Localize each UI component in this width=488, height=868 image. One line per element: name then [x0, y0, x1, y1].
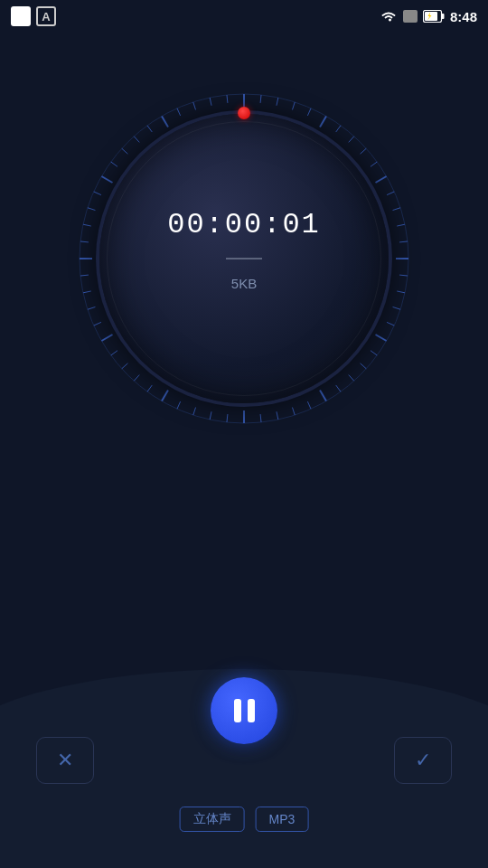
status-left-icons: A: [11, 6, 56, 26]
pause-icon: [234, 699, 255, 722]
timer-display: 00:00:01: [167, 208, 321, 241]
a-icon: A: [36, 6, 56, 26]
svg-line-23: [387, 322, 394, 326]
svg-line-61: [193, 102, 196, 110]
svg-line-32: [277, 411, 278, 420]
svg-line-36: [210, 411, 211, 420]
bottom-area: ✕ ✓ 立体声 MP3: [0, 669, 488, 868]
svg-line-38: [177, 401, 181, 409]
svg-line-56: [122, 148, 128, 154]
check-icon: ✓: [415, 749, 431, 772]
signal-icon: [403, 10, 418, 23]
svg-line-44: [101, 335, 112, 341]
svg-line-20: [399, 275, 408, 276]
x-icon: ✕: [57, 749, 73, 772]
format-badge-stereo[interactable]: 立体声: [180, 807, 245, 832]
bottom-panel: ✕ ✓ 立体声 MP3: [0, 710, 488, 868]
svg-line-31: [292, 408, 295, 416]
svg-line-51: [83, 224, 91, 226]
svg-line-16: [393, 208, 401, 211]
svg-line-14: [375, 176, 386, 183]
svg-line-30: [307, 401, 311, 409]
red-dot-indicator: [238, 107, 250, 119]
dial-face: 00:00:01 5KB: [99, 114, 389, 403]
svg-line-26: [361, 363, 367, 369]
svg-line-62: [210, 98, 211, 106]
svg-line-24: [375, 335, 386, 341]
file-size: 5KB: [231, 276, 257, 291]
svg-line-11: [349, 137, 354, 143]
cancel-button[interactable]: ✕: [36, 737, 94, 784]
svg-line-27: [349, 375, 354, 382]
svg-line-46: [88, 307, 96, 309]
dial-container: 00:00:01 5KB: [72, 87, 416, 430]
svg-line-52: [88, 208, 96, 211]
svg-rect-2: [425, 12, 437, 21]
svg-line-59: [162, 116, 168, 127]
status-bar: A 8:48: [0, 0, 488, 33]
svg-line-9: [320, 116, 326, 127]
white-square-icon: [11, 6, 31, 26]
pause-button[interactable]: [211, 677, 277, 744]
svg-line-37: [193, 408, 196, 416]
svg-line-54: [101, 176, 112, 183]
svg-line-7: [292, 102, 295, 110]
svg-line-43: [111, 351, 117, 355]
wifi-icon: [380, 10, 398, 23]
svg-line-21: [397, 291, 405, 293]
svg-line-47: [83, 291, 91, 293]
pause-bar-right: [248, 699, 255, 722]
svg-line-57: [134, 137, 139, 143]
battery-icon: [423, 10, 445, 23]
svg-line-12: [361, 148, 367, 154]
svg-line-25: [371, 351, 377, 355]
dash-line: [226, 258, 262, 259]
svg-line-58: [147, 126, 152, 132]
svg-line-63: [227, 95, 228, 103]
svg-line-15: [387, 192, 394, 195]
svg-line-50: [80, 241, 89, 242]
svg-line-41: [134, 375, 139, 382]
svg-line-22: [393, 307, 401, 309]
svg-line-18: [399, 241, 408, 242]
confirm-button[interactable]: ✓: [394, 737, 452, 784]
svg-line-5: [260, 95, 261, 103]
svg-line-35: [227, 414, 228, 422]
svg-line-42: [122, 363, 128, 369]
svg-line-33: [260, 414, 261, 422]
svg-line-6: [277, 98, 278, 106]
svg-line-48: [80, 275, 89, 276]
svg-line-55: [111, 162, 117, 166]
svg-rect-1: [441, 14, 444, 19]
status-right-icons: 8:48: [380, 9, 477, 24]
svg-line-10: [336, 126, 341, 132]
svg-line-40: [147, 385, 152, 392]
status-time: 8:48: [450, 9, 477, 24]
svg-line-13: [371, 162, 377, 166]
svg-line-28: [336, 385, 341, 392]
svg-line-45: [94, 322, 101, 326]
svg-line-60: [177, 108, 181, 116]
format-badge-mp3[interactable]: MP3: [256, 807, 309, 832]
pause-bar-left: [234, 699, 241, 722]
svg-line-17: [397, 224, 405, 226]
svg-line-8: [307, 108, 311, 116]
format-badges: 立体声 MP3: [180, 807, 309, 832]
svg-line-39: [162, 390, 168, 401]
svg-line-29: [320, 390, 326, 401]
svg-line-53: [94, 192, 101, 195]
